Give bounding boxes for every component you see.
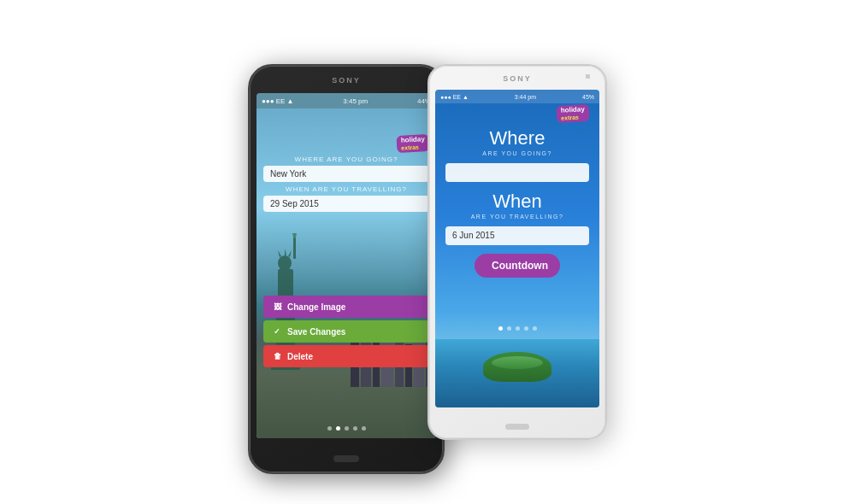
white-phone-brand: SONY: [503, 74, 532, 83]
black-home-button[interactable]: [333, 455, 359, 462]
white-dot-3: [516, 326, 520, 331]
white-dot-2: [507, 326, 511, 331]
svg-point-2: [278, 255, 292, 271]
black-time: 3:45 pm: [343, 97, 368, 105]
white-statusbar: ●●● EE ▲ 3:44 pm 45%: [435, 90, 599, 103]
phone-black: SONY ●●● EE ▲ 3:45 pm 44%: [248, 64, 445, 474]
save-changes-button[interactable]: ✓ Save Changes: [263, 320, 429, 343]
black-phone-brand: SONY: [332, 76, 361, 85]
svg-marker-5: [288, 250, 292, 257]
black-signal: ●●● EE ▲: [262, 97, 294, 105]
white-home-button[interactable]: [505, 424, 529, 430]
dot-5: [362, 426, 366, 431]
destination-field-black[interactable]: New York: [263, 166, 429, 182]
check-icon: ✓: [272, 326, 282, 337]
black-screen-content: holiday extras WHERE ARE YOU GOING? New …: [256, 108, 436, 438]
black-phone-screen: ●●● EE ▲ 3:45 pm 44%: [256, 93, 436, 438]
white-battery: 45%: [582, 94, 594, 100]
white-time: 3:44 pm: [515, 94, 536, 100]
context-menu: 🖼 Change Image ✓ Save Changes 🗑 Delete: [263, 296, 429, 370]
date-field-white[interactable]: 6 Jun 2015: [445, 226, 589, 245]
white-ocean: [435, 339, 599, 407]
trash-icon: 🗑: [272, 351, 282, 361]
black-statusbar: ●●● EE ▲ 3:45 pm 44%: [256, 93, 436, 108]
dot-2: [336, 426, 340, 431]
where-label-black: WHERE ARE YOU GOING?: [263, 155, 429, 163]
front-camera: [586, 74, 590, 79]
dot-4: [353, 426, 357, 431]
white-content: holiday extras Where ARE YOU GOING? When…: [435, 103, 599, 278]
destination-field-white[interactable]: [445, 163, 589, 182]
white-dot-5: [533, 326, 537, 331]
black-overlay-panel: WHERE ARE YOU GOING? New York WHEN ARE Y…: [263, 155, 429, 215]
when-label-black: WHEN ARE YOU TRAVELLING?: [263, 185, 429, 193]
white-header: holiday extras: [445, 103, 589, 127]
dot-3: [345, 426, 349, 431]
when-heading: When: [445, 190, 589, 213]
change-image-button[interactable]: 🖼 Change Image: [263, 296, 429, 318]
white-screen-bg: ●●● EE ▲ 3:44 pm 45% holiday extras Wher…: [435, 90, 599, 407]
white-dot-1: [498, 326, 503, 331]
white-phone-screen: ●●● EE ▲ 3:44 pm 45% holiday extras Wher…: [435, 90, 599, 407]
delete-button[interactable]: 🗑 Delete: [263, 345, 429, 367]
where-heading: Where: [445, 127, 589, 149]
svg-rect-0: [293, 237, 296, 259]
dot-1: [327, 426, 332, 431]
countdown-button[interactable]: Countdown: [475, 254, 560, 278]
white-island: [483, 352, 551, 382]
white-signal: ●●● EE ▲: [440, 94, 469, 100]
white-dot-4: [524, 326, 528, 331]
date-field-black[interactable]: 29 Sep 2015: [263, 196, 429, 212]
white-page-dots: [435, 326, 599, 331]
scene: SONY ●●● EE ▲ 3:45 pm 44%: [0, 0, 855, 504]
black-page-dots: [256, 423, 436, 434]
svg-marker-1: [292, 233, 297, 237]
black-header: holiday extras: [256, 108, 436, 155]
where-sub: ARE YOU GOING?: [445, 150, 589, 156]
image-icon: 🖼: [272, 302, 282, 312]
white-holiday-logo: holiday extras: [556, 104, 589, 123]
when-sub: ARE YOU TRAVELLING?: [445, 214, 589, 220]
svg-marker-3: [278, 250, 281, 257]
svg-marker-4: [285, 249, 286, 255]
phone-white: SONY ●●● EE ▲ 3:44 pm 45% holiday ex: [428, 64, 607, 440]
black-holiday-logo: holiday extras: [396, 134, 429, 153]
